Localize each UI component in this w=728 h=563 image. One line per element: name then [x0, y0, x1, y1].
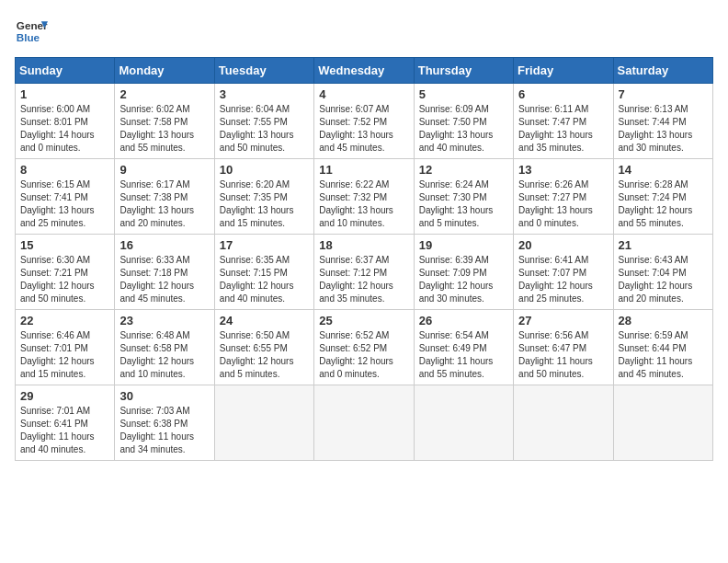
day-number: 20: [518, 238, 608, 252]
calendar-cell: 13Sunrise: 6:26 AM Sunset: 7:27 PM Dayli…: [514, 159, 613, 235]
weekday-header-sunday: Sunday: [16, 58, 115, 84]
day-number: 28: [619, 314, 708, 327]
calendar-week-row: 15Sunrise: 6:30 AM Sunset: 7:21 PM Dayli…: [16, 235, 713, 310]
weekday-header-row: SundayMondayTuesdayWednesdayThursdayFrid…: [16, 58, 713, 84]
day-info: Sunrise: 6:48 AM Sunset: 6:58 PM Dayligh…: [119, 329, 209, 381]
day-number: 16: [119, 238, 209, 252]
calendar-cell: 24Sunrise: 6:50 AM Sunset: 6:55 PM Dayli…: [214, 310, 313, 385]
day-info: Sunrise: 6:20 AM Sunset: 7:35 PM Dayligh…: [220, 178, 309, 230]
day-info: Sunrise: 6:15 AM Sunset: 7:41 PM Dayligh…: [20, 178, 109, 230]
day-info: Sunrise: 6:04 AM Sunset: 7:55 PM Dayligh…: [220, 103, 309, 155]
day-info: Sunrise: 6:13 AM Sunset: 7:44 PM Dayligh…: [619, 103, 708, 155]
day-info: Sunrise: 6:09 AM Sunset: 7:50 PM Dayligh…: [419, 103, 508, 155]
day-info: Sunrise: 6:59 AM Sunset: 6:44 PM Dayligh…: [619, 329, 708, 381]
day-number: 9: [119, 163, 209, 177]
calendar-cell: 8Sunrise: 6:15 AM Sunset: 7:41 PM Daylig…: [16, 159, 115, 235]
day-number: 29: [20, 389, 109, 403]
day-number: 23: [119, 314, 209, 327]
calendar-week-row: 1Sunrise: 6:00 AM Sunset: 8:01 PM Daylig…: [16, 84, 713, 159]
day-info: Sunrise: 6:56 AM Sunset: 6:47 PM Dayligh…: [518, 329, 608, 381]
calendar-cell: 2Sunrise: 6:02 AM Sunset: 7:58 PM Daylig…: [115, 84, 214, 159]
calendar-cell: 18Sunrise: 6:37 AM Sunset: 7:12 PM Dayli…: [314, 235, 414, 310]
calendar-cell: 22Sunrise: 6:46 AM Sunset: 7:01 PM Dayli…: [16, 310, 115, 385]
day-info: Sunrise: 6:30 AM Sunset: 7:21 PM Dayligh…: [20, 254, 109, 305]
weekday-header-friday: Friday: [514, 58, 613, 84]
calendar-cell: 30Sunrise: 7:03 AM Sunset: 6:38 PM Dayli…: [115, 385, 214, 461]
day-info: Sunrise: 6:52 AM Sunset: 6:52 PM Dayligh…: [319, 329, 408, 381]
day-number: 6: [518, 87, 608, 101]
calendar-cell: 16Sunrise: 6:33 AM Sunset: 7:18 PM Dayli…: [115, 235, 214, 310]
day-number: 27: [518, 314, 608, 327]
calendar-cell: 25Sunrise: 6:52 AM Sunset: 6:52 PM Dayli…: [314, 310, 414, 385]
day-info: Sunrise: 6:28 AM Sunset: 7:24 PM Dayligh…: [619, 178, 708, 230]
day-info: Sunrise: 6:46 AM Sunset: 7:01 PM Dayligh…: [20, 329, 109, 381]
day-number: 4: [319, 87, 408, 101]
day-number: 7: [619, 87, 708, 101]
weekday-header-wednesday: Wednesday: [314, 58, 414, 84]
day-number: 11: [319, 163, 408, 177]
calendar-cell: 1Sunrise: 6:00 AM Sunset: 8:01 PM Daylig…: [16, 84, 115, 159]
page-header: General Blue: [15, 15, 713, 48]
calendar-cell: 10Sunrise: 6:20 AM Sunset: 7:35 PM Dayli…: [214, 159, 313, 235]
calendar-cell: [214, 385, 313, 461]
calendar-cell: 26Sunrise: 6:54 AM Sunset: 6:49 PM Dayli…: [414, 310, 513, 385]
calendar-cell: 5Sunrise: 6:09 AM Sunset: 7:50 PM Daylig…: [414, 84, 513, 159]
day-number: 13: [518, 163, 608, 177]
calendar-cell: 28Sunrise: 6:59 AM Sunset: 6:44 PM Dayli…: [613, 310, 712, 385]
calendar-cell: 29Sunrise: 7:01 AM Sunset: 6:41 PM Dayli…: [16, 385, 115, 461]
calendar-cell: 17Sunrise: 6:35 AM Sunset: 7:15 PM Dayli…: [214, 235, 313, 310]
day-number: 15: [20, 238, 109, 252]
day-number: 18: [319, 238, 408, 252]
day-info: Sunrise: 7:03 AM Sunset: 6:38 PM Dayligh…: [119, 405, 209, 456]
day-info: Sunrise: 6:26 AM Sunset: 7:27 PM Dayligh…: [518, 178, 608, 230]
logo-icon: General Blue: [15, 15, 48, 48]
day-number: 2: [119, 87, 209, 101]
day-info: Sunrise: 6:07 AM Sunset: 7:52 PM Dayligh…: [319, 103, 408, 155]
calendar-cell: 7Sunrise: 6:13 AM Sunset: 7:44 PM Daylig…: [613, 84, 712, 159]
calendar-cell: [613, 385, 712, 461]
calendar-cell: 6Sunrise: 6:11 AM Sunset: 7:47 PM Daylig…: [514, 84, 613, 159]
day-number: 12: [419, 163, 508, 177]
calendar-cell: 11Sunrise: 6:22 AM Sunset: 7:32 PM Dayli…: [314, 159, 414, 235]
calendar-cell: 14Sunrise: 6:28 AM Sunset: 7:24 PM Dayli…: [613, 159, 712, 235]
day-number: 3: [220, 87, 309, 101]
calendar-cell: [514, 385, 613, 461]
day-info: Sunrise: 6:22 AM Sunset: 7:32 PM Dayligh…: [319, 178, 408, 230]
day-info: Sunrise: 7:01 AM Sunset: 6:41 PM Dayligh…: [20, 405, 109, 456]
day-number: 8: [20, 163, 109, 177]
day-info: Sunrise: 6:37 AM Sunset: 7:12 PM Dayligh…: [319, 254, 408, 305]
day-info: Sunrise: 6:43 AM Sunset: 7:04 PM Dayligh…: [619, 254, 708, 305]
day-number: 30: [119, 389, 209, 403]
calendar-cell: 12Sunrise: 6:24 AM Sunset: 7:30 PM Dayli…: [414, 159, 513, 235]
day-number: 1: [20, 87, 109, 101]
calendar-cell: [314, 385, 414, 461]
day-number: 25: [319, 314, 408, 327]
svg-text:General: General: [17, 19, 48, 31]
calendar-table: SundayMondayTuesdayWednesdayThursdayFrid…: [15, 57, 713, 461]
day-number: 22: [20, 314, 109, 327]
weekday-header-tuesday: Tuesday: [214, 58, 313, 84]
day-number: 14: [619, 163, 708, 177]
day-number: 21: [619, 238, 708, 252]
calendar-cell: 4Sunrise: 6:07 AM Sunset: 7:52 PM Daylig…: [314, 84, 414, 159]
day-number: 24: [220, 314, 309, 327]
day-number: 26: [419, 314, 508, 327]
weekday-header-monday: Monday: [115, 58, 214, 84]
calendar-cell: [414, 385, 513, 461]
calendar-cell: 3Sunrise: 6:04 AM Sunset: 7:55 PM Daylig…: [214, 84, 313, 159]
calendar-cell: 9Sunrise: 6:17 AM Sunset: 7:38 PM Daylig…: [115, 159, 214, 235]
calendar-cell: 23Sunrise: 6:48 AM Sunset: 6:58 PM Dayli…: [115, 310, 214, 385]
day-number: 10: [220, 163, 309, 177]
svg-text:Blue: Blue: [17, 31, 40, 43]
calendar-week-row: 29Sunrise: 7:01 AM Sunset: 6:41 PM Dayli…: [16, 385, 713, 461]
weekday-header-thursday: Thursday: [414, 58, 513, 84]
day-info: Sunrise: 6:33 AM Sunset: 7:18 PM Dayligh…: [119, 254, 209, 305]
day-info: Sunrise: 6:24 AM Sunset: 7:30 PM Dayligh…: [419, 178, 508, 230]
day-number: 17: [220, 238, 309, 252]
day-info: Sunrise: 6:41 AM Sunset: 7:07 PM Dayligh…: [518, 254, 608, 305]
calendar-cell: 27Sunrise: 6:56 AM Sunset: 6:47 PM Dayli…: [514, 310, 613, 385]
calendar-cell: 20Sunrise: 6:41 AM Sunset: 7:07 PM Dayli…: [514, 235, 613, 310]
day-info: Sunrise: 6:35 AM Sunset: 7:15 PM Dayligh…: [220, 254, 309, 305]
logo: General Blue: [15, 15, 48, 48]
day-info: Sunrise: 6:11 AM Sunset: 7:47 PM Dayligh…: [518, 103, 608, 155]
